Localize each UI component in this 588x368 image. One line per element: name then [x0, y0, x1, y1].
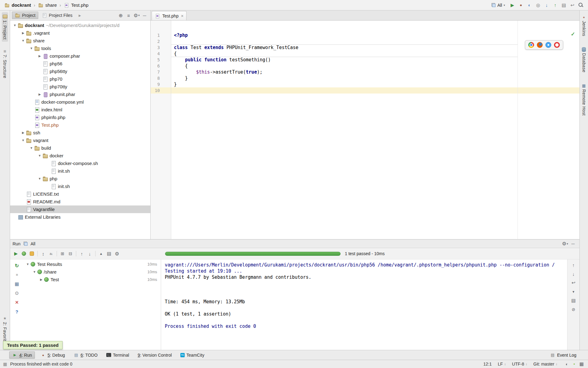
code-line-4[interactable]: { [171, 51, 579, 57]
import-button[interactable] [97, 250, 105, 257]
collapse-all-button[interactable] [125, 12, 133, 19]
code-line-5[interactable]: public function testSomething() [171, 57, 579, 63]
close-button[interactable] [13, 299, 21, 306]
collapse-boxes-button[interactable] [66, 250, 74, 257]
locate-button[interactable] [117, 12, 125, 19]
tree-item-docker[interactable]: ▼docker [10, 152, 150, 159]
tree-toggle-icon[interactable]: ▼ [37, 154, 43, 157]
chrome-browser-icon[interactable] [528, 42, 534, 48]
git-branch-widget[interactable]: Git: master [533, 362, 557, 366]
toolwindow-stripe-project[interactable]: 1: Project [2, 12, 8, 42]
run-button[interactable] [12, 250, 20, 257]
run-button[interactable] [508, 2, 516, 9]
clear-button[interactable] [570, 306, 578, 313]
hide-button[interactable] [141, 12, 149, 19]
scroll-end-button[interactable] [570, 288, 578, 295]
undo-button[interactable] [568, 2, 576, 9]
tree-item-license-txt[interactable]: LICENSE.txt [10, 190, 150, 198]
caret-position-widget[interactable]: 12:1 [483, 362, 492, 366]
search-button[interactable] [577, 2, 585, 9]
toolwindow-stripe-jenkins[interactable]: Jenkins [581, 13, 587, 38]
profile-button[interactable] [534, 2, 542, 9]
expand-all-button[interactable] [58, 250, 66, 257]
tree-item--vagrant[interactable]: ▶.vagrant [10, 29, 150, 37]
tree-toggle-icon[interactable]: ▼ [37, 177, 43, 180]
debug-button[interactable] [517, 2, 525, 9]
tree-toggle-icon[interactable]: ▼ [20, 139, 26, 142]
tree-item-vagrantfile[interactable]: Vagrantfile [10, 205, 150, 213]
toolwindow-switcher-icon[interactable] [3, 362, 7, 366]
code-line-1[interactable]: <?php [171, 32, 579, 38]
screen-icon[interactable] [578, 360, 585, 368]
tree-item-php[interactable]: ▼php [10, 175, 150, 182]
tree-item-readme-md[interactable]: README.md [10, 198, 150, 205]
pin-button[interactable] [13, 289, 21, 297]
tree-item-init-sh[interactable]: init.sh [10, 182, 150, 190]
tree-item-php70tty[interactable]: php70tty [10, 83, 150, 90]
tree-item-init-sh[interactable]: init.sh [10, 167, 150, 175]
breadcrumb-item-share[interactable]: share [37, 2, 58, 8]
sort-alpha-button[interactable] [47, 250, 55, 257]
tree-item-external-libraries[interactable]: External Libraries [10, 213, 150, 221]
tree-item-php56tty[interactable]: php56tty [10, 67, 150, 75]
settings-dd-button[interactable] [133, 12, 141, 19]
softwrap-button[interactable] [570, 279, 578, 286]
down-button[interactable] [86, 250, 94, 257]
tree-toggle-icon[interactable]: ▶ [20, 131, 26, 134]
toolwindow-tab-teamcity[interactable]: TeamCity [177, 351, 207, 359]
tree-item-share[interactable]: ▼share [10, 37, 150, 44]
down-button[interactable] [570, 270, 578, 278]
toolwindow-stripe-database[interactable]: Database [581, 45, 587, 75]
encoding-widget[interactable]: UTF-8 [512, 362, 527, 366]
hide-toolwindow-icon[interactable] [569, 240, 577, 247]
tree-item-php70[interactable]: php70 [10, 75, 150, 83]
tree-item-vagrant[interactable]: ▼vagrant [10, 136, 150, 144]
help-button[interactable] [13, 308, 21, 315]
code-line-9[interactable]: } [171, 81, 579, 87]
tree-item-composer-phar[interactable]: ▶composer.phar [10, 52, 150, 60]
tree-toggle-icon[interactable]: ▼ [28, 47, 34, 50]
tree-item-phpunit-phar[interactable]: ▶phpunit.phar [10, 90, 150, 98]
test-node-test-results[interactable]: ▼Test Results10ms [24, 260, 161, 268]
tree-item-docker-compose-yml[interactable]: docker-compose.yml [10, 98, 150, 106]
tree-item-test-php[interactable]: Test.php [10, 121, 150, 129]
tab-project[interactable]: Project [12, 12, 38, 19]
inspections-ok-icon[interactable]: ✓ [571, 31, 575, 37]
code-line-10[interactable] [171, 87, 579, 94]
tree-item-phpinfo-php[interactable]: phpinfo.php [10, 113, 150, 121]
tree-item-tools[interactable]: ▼tools [10, 44, 150, 52]
close-icon[interactable]: × [181, 13, 183, 18]
editor-tab-test-php[interactable]: Test.php × [152, 11, 187, 20]
toolwindow-stripe-remote-host[interactable]: Remote Host [581, 81, 587, 118]
rerun-button[interactable] [13, 262, 21, 269]
ignored-toggle-button[interactable] [28, 250, 36, 257]
more-tabs-icon[interactable] [76, 12, 84, 19]
code-line-6[interactable]: { [171, 63, 579, 69]
vcs-changes-button[interactable] [560, 2, 568, 9]
up-button[interactable] [78, 250, 86, 257]
settings-gear-icon[interactable] [561, 240, 569, 247]
test-node--share[interactable]: ▼/share10ms [24, 268, 161, 276]
breadcrumb-item-test-php[interactable]: Test.php [62, 2, 90, 8]
tree-item-dockrant[interactable]: ▼dockrant~/Development/Gurukami/projects… [10, 21, 150, 29]
code-line-2[interactable] [171, 38, 579, 44]
tree-toggle-icon[interactable]: ▼ [25, 263, 31, 266]
dot-icon[interactable] [571, 360, 578, 368]
tree-toggle-icon[interactable]: ▶ [37, 54, 43, 58]
tree-toggle-icon[interactable]: ▼ [12, 24, 18, 27]
toolwindow-tab-debug[interactable]: 5: Debug [37, 351, 68, 359]
tree-item-index-html[interactable]: index.html [10, 106, 150, 113]
firefox-browser-icon[interactable] [537, 42, 543, 48]
toolwindow-tab-version-control[interactable]: 9: Version Control [135, 351, 175, 359]
sort-duration-button[interactable] [39, 250, 47, 257]
stop-button[interactable] [13, 271, 21, 278]
tree-item-docker-compose-sh[interactable]: docker-compose.sh [10, 159, 150, 167]
tree-toggle-icon[interactable]: ▼ [28, 146, 34, 150]
tree-toggle-icon[interactable]: ▶ [20, 31, 26, 35]
breadcrumb-item-dockrant[interactable]: dockrant [3, 2, 32, 8]
print-button[interactable] [570, 297, 578, 304]
up-button[interactable] [570, 261, 578, 269]
tree-toggle-icon[interactable]: ▶ [37, 93, 43, 96]
toolwindow-tab-run[interactable]: 4: Run [9, 351, 35, 359]
tree-toggle-icon[interactable]: ▼ [32, 270, 37, 274]
